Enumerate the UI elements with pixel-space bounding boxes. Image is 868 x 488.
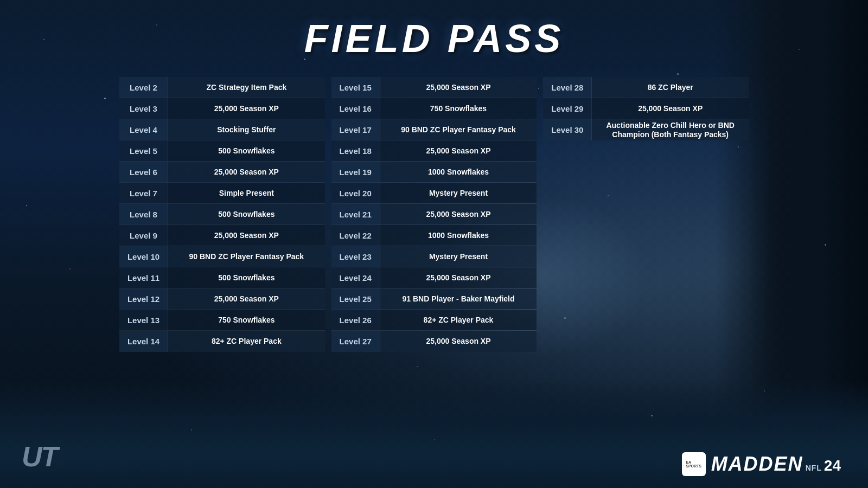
- level-cell: Level 29: [543, 98, 592, 119]
- reward-cell: 90 BND ZC Player Fantasy Pack: [380, 119, 537, 140]
- level-cell: Level 11: [119, 267, 168, 288]
- reward-cell: 91 BND Player - Baker Mayfield: [380, 288, 537, 309]
- level-cell: Level 6: [119, 162, 168, 182]
- reward-cell: 90 BND ZC Player Fantasy Pack: [168, 246, 325, 267]
- table-row: Level 13750 Snowflakes: [119, 310, 325, 331]
- reward-cell: 25,000 Season XP: [168, 98, 325, 119]
- table-row: Level 1090 BND ZC Player Fantasy Pack: [119, 246, 325, 267]
- level-cell: Level 20: [331, 183, 380, 203]
- reward-cell: Auctionable Zero Chill Hero or BND Champ…: [592, 119, 749, 140]
- reward-cell: 25,000 Season XP: [380, 140, 537, 161]
- level-cell: Level 3: [119, 98, 168, 119]
- level-cell: Level 4: [119, 119, 168, 140]
- table-row: Level 5500 Snowflakes: [119, 140, 325, 162]
- table-row: Level 2425,000 Season XP: [331, 267, 537, 288]
- table-column-3: Level 2886 ZC PlayerLevel 2925,000 Seaso…: [543, 77, 749, 352]
- table-row: Level 16750 Snowflakes: [331, 98, 537, 119]
- reward-cell: Mystery Present: [380, 183, 537, 203]
- level-cell: Level 15: [331, 77, 380, 98]
- table-row: Level 1790 BND ZC Player Fantasy Pack: [331, 119, 537, 140]
- level-cell: Level 17: [331, 119, 380, 140]
- level-cell: Level 14: [119, 331, 168, 352]
- reward-cell: 25,000 Season XP: [380, 77, 537, 98]
- table-row: Level 30Auctionable Zero Chill Hero or B…: [543, 119, 749, 140]
- madden-name: MADDEN: [711, 454, 803, 474]
- reward-cell: 1000 Snowflakes: [380, 225, 537, 246]
- reward-cell: 25,000 Season XP: [380, 204, 537, 224]
- reward-cell: 25,000 Season XP: [168, 225, 325, 246]
- table-container: Level 2ZC Strategy Item PackLevel 325,00…: [119, 77, 749, 352]
- table-row: Level 4Stocking Stuffer: [119, 119, 325, 140]
- level-cell: Level 21: [331, 204, 380, 224]
- table-row: Level 2886 ZC Player: [543, 77, 749, 98]
- level-cell: Level 30: [543, 119, 592, 140]
- level-cell: Level 2: [119, 77, 168, 98]
- reward-cell: 500 Snowflakes: [168, 267, 325, 288]
- table-row: Level 325,000 Season XP: [119, 98, 325, 119]
- table-row: Level 2ZC Strategy Item Pack: [119, 77, 325, 98]
- reward-cell: Simple Present: [168, 183, 325, 203]
- page-content: FIELD PASS Level 2ZC Strategy Item PackL…: [0, 0, 868, 488]
- reward-cell: 25,000 Season XP: [592, 98, 749, 119]
- table-column-2: Level 1525,000 Season XPLevel 16750 Snow…: [331, 77, 537, 352]
- ea-badge: EASPORTS: [682, 452, 706, 476]
- reward-cell: 750 Snowflakes: [380, 98, 537, 119]
- table-row: Level 1525,000 Season XP: [331, 77, 537, 98]
- level-cell: Level 9: [119, 225, 168, 246]
- reward-cell: Stocking Stuffer: [168, 119, 325, 140]
- reward-cell: 25,000 Season XP: [168, 162, 325, 182]
- reward-cell: ZC Strategy Item Pack: [168, 77, 325, 98]
- table-row: Level 20Mystery Present: [331, 183, 537, 204]
- level-cell: Level 10: [119, 246, 168, 267]
- table-row: Level 2682+ ZC Player Pack: [331, 310, 537, 331]
- ut-logo: UT: [22, 440, 57, 473]
- ea-sports-label: EASPORTS: [686, 460, 701, 468]
- madden-logo: EASPORTS MADDEN NFL 24: [682, 452, 841, 476]
- table-row: Level 7Simple Present: [119, 183, 325, 204]
- madden-nfl: NFL: [806, 464, 822, 472]
- level-cell: Level 23: [331, 246, 380, 267]
- table-row: Level 925,000 Season XP: [119, 225, 325, 246]
- table-row: Level 23Mystery Present: [331, 246, 537, 267]
- level-cell: Level 26: [331, 310, 380, 330]
- table-row: Level 191000 Snowflakes: [331, 162, 537, 183]
- level-cell: Level 28: [543, 77, 592, 98]
- table-column-1: Level 2ZC Strategy Item PackLevel 325,00…: [119, 77, 325, 352]
- reward-cell: 1000 Snowflakes: [380, 162, 537, 182]
- madden-year: 24: [824, 457, 841, 474]
- table-row: Level 1225,000 Season XP: [119, 288, 325, 310]
- table-row: Level 2591 BND Player - Baker Mayfield: [331, 288, 537, 310]
- table-row: Level 2725,000 Season XP: [331, 331, 537, 352]
- table-row: Level 221000 Snowflakes: [331, 225, 537, 246]
- level-cell: Level 12: [119, 288, 168, 309]
- level-cell: Level 24: [331, 267, 380, 288]
- table-row: Level 11500 Snowflakes: [119, 267, 325, 288]
- reward-cell: 25,000 Season XP: [380, 331, 537, 352]
- table-row: Level 2125,000 Season XP: [331, 204, 537, 225]
- reward-cell: 86 ZC Player: [592, 77, 749, 98]
- level-cell: Level 5: [119, 140, 168, 161]
- table-row: Level 1825,000 Season XP: [331, 140, 537, 162]
- reward-cell: 82+ ZC Player Pack: [380, 310, 537, 330]
- level-cell: Level 13: [119, 310, 168, 330]
- reward-cell: 82+ ZC Player Pack: [168, 331, 325, 352]
- madden-combined: MADDEN NFL 24: [711, 454, 841, 474]
- madden-text: MADDEN NFL 24: [711, 454, 841, 474]
- reward-cell: 500 Snowflakes: [168, 140, 325, 161]
- level-cell: Level 7: [119, 183, 168, 203]
- reward-cell: 750 Snowflakes: [168, 310, 325, 330]
- level-cell: Level 27: [331, 331, 380, 352]
- table-row: Level 625,000 Season XP: [119, 162, 325, 183]
- reward-cell: Mystery Present: [380, 246, 537, 267]
- level-cell: Level 8: [119, 204, 168, 224]
- level-cell: Level 18: [331, 140, 380, 161]
- table-row: Level 1482+ ZC Player Pack: [119, 331, 325, 352]
- level-cell: Level 19: [331, 162, 380, 182]
- table-row: Level 2925,000 Season XP: [543, 98, 749, 119]
- table-row: Level 8500 Snowflakes: [119, 204, 325, 225]
- level-cell: Level 25: [331, 288, 380, 309]
- level-cell: Level 16: [331, 98, 380, 119]
- reward-cell: 25,000 Season XP: [168, 288, 325, 309]
- reward-cell: 25,000 Season XP: [380, 267, 537, 288]
- page-title: FIELD PASS: [304, 16, 564, 61]
